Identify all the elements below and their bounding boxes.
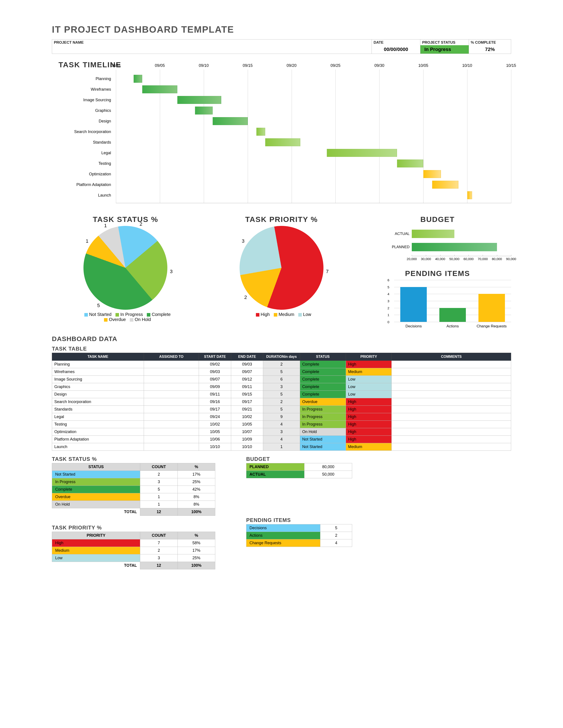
timeline-title: TASK TIMELINE — [58, 60, 511, 69]
budget-tick: 80,000 — [492, 257, 502, 261]
mini-pct: 8% — [178, 501, 215, 508]
cell-assigned[interactable] — [144, 406, 199, 413]
cell-comments[interactable] — [392, 436, 511, 443]
table-row: Launch10/1010/101Not StartedMedium — [52, 443, 511, 451]
priority-table-title: TASK PRIORITY % — [52, 525, 215, 531]
pie-data-label: 2 — [139, 221, 142, 227]
legend-swatch — [298, 313, 302, 317]
cell-duration: 1 — [263, 443, 300, 451]
cell-duration: 6 — [263, 376, 300, 383]
task-th: COMMENTS — [392, 353, 511, 361]
cell-assigned[interactable] — [144, 398, 199, 406]
legend-swatch — [115, 313, 119, 317]
budget-row-label: PLANNED — [246, 463, 305, 471]
cell-status: Not Started — [300, 443, 346, 451]
budget-bar — [412, 230, 454, 238]
page-title: IT PROJECT DASHBOARD TEMPLATE — [52, 24, 511, 35]
project-name-value[interactable] — [52, 45, 372, 53]
cell-assigned[interactable] — [144, 361, 199, 368]
cell-assigned[interactable] — [144, 443, 199, 451]
cell-end: 10/07 — [231, 428, 263, 436]
pending-ytick: 2 — [388, 306, 389, 310]
pct-complete-label: % COMPLETE — [469, 39, 511, 45]
mini-count: 2 — [140, 471, 178, 478]
cell-assigned[interactable] — [144, 428, 199, 436]
cell-end: 09/17 — [231, 398, 263, 406]
cell-comments[interactable] — [392, 383, 511, 391]
gantt-task-label: Testing — [58, 161, 114, 166]
table-row: Image Sourcing09/0709/126CompleteLow — [52, 376, 511, 383]
cell-comments[interactable] — [392, 406, 511, 413]
gantt-task-label: Wireframes — [58, 87, 114, 92]
mini-count: 1 — [140, 493, 178, 501]
cell-comments[interactable] — [392, 368, 511, 376]
gantt-task-label: Design — [58, 119, 114, 124]
cell-comments[interactable] — [392, 391, 511, 398]
mini-label: High — [52, 539, 140, 547]
cell-status: Complete — [300, 391, 346, 398]
budget-tick: 20,000 — [407, 257, 417, 261]
gantt-bar — [432, 181, 458, 189]
cell-assigned[interactable] — [144, 383, 199, 391]
cell-assigned[interactable] — [144, 376, 199, 383]
task-th: ASSIGNED TO — [144, 353, 199, 361]
cell-status: Complete — [300, 376, 346, 383]
cell-comments[interactable] — [392, 421, 511, 428]
budget-row-label: ACTUAL — [388, 232, 412, 236]
cell-end: 09/12 — [231, 376, 263, 383]
cell-comments[interactable] — [392, 361, 511, 368]
cell-status: In Progress — [300, 413, 346, 421]
cell-start: 09/24 — [199, 413, 231, 421]
cell-status: Overdue — [300, 398, 346, 406]
gantt-tick: 10/05 — [418, 63, 428, 68]
cell-assigned[interactable] — [144, 413, 199, 421]
cell-duration: 5 — [263, 391, 300, 398]
pending-xlabel: Decisions — [396, 324, 431, 328]
mini-count: 1 — [140, 501, 178, 508]
cell-priority: High — [346, 428, 392, 436]
cell-status: Complete — [300, 361, 346, 368]
project-name-label: PROJECT NAME — [52, 39, 372, 45]
cell-start: 09/09 — [199, 383, 231, 391]
legend-label: High — [261, 312, 270, 317]
cell-assigned[interactable] — [144, 436, 199, 443]
gantt-tick: 09/05 — [155, 63, 165, 68]
table-row: Search Incorporation09/1609/172OverdueHi… — [52, 398, 511, 406]
cell-assigned[interactable] — [144, 421, 199, 428]
cell-comments[interactable] — [392, 376, 511, 383]
cell-comments[interactable] — [392, 428, 511, 436]
cell-comments[interactable] — [392, 413, 511, 421]
table-row: ACTUAL50,000 — [246, 471, 352, 478]
pending-chart: 0123456DecisionsActionsChange Requests — [388, 280, 511, 328]
budget-row-label: ACTUAL — [246, 471, 305, 478]
status-label: PROJECT STATUS — [420, 39, 469, 45]
cell-end: 10/05 — [231, 421, 263, 428]
cell-duration: 3 — [263, 428, 300, 436]
cell-task-name: Legal — [52, 413, 144, 421]
date-label: DATE — [372, 39, 420, 45]
pie-data-label: 3 — [242, 238, 244, 244]
pending-title: PENDING ITEMS — [364, 269, 511, 278]
budget-chart: ACTUALPLANNED20,00030,00040,00050,00060,… — [388, 224, 511, 263]
cell-assigned[interactable] — [144, 391, 199, 398]
total-count: 12 — [140, 508, 178, 516]
task-th: TASK NAME — [52, 353, 144, 361]
task-th: DURATIONin days — [263, 353, 300, 361]
table-row: Graphics09/0909/113CompleteLow — [52, 383, 511, 391]
cell-assigned[interactable] — [144, 368, 199, 376]
cell-status: On Hold — [300, 428, 346, 436]
budget-row-label: PLANNED — [388, 245, 412, 249]
cell-comments[interactable] — [392, 398, 511, 406]
status-value[interactable]: In Progress — [420, 45, 469, 54]
pie-data-label: 5 — [97, 303, 100, 308]
mini-count: 3 — [140, 554, 178, 562]
cell-comments[interactable] — [392, 443, 511, 451]
cell-task-name: Platform Adaptation — [52, 436, 144, 443]
pending-row-label: Decisions — [246, 524, 321, 532]
status-table-title: TASK STATUS % — [52, 456, 215, 462]
pending-ytick: 6 — [388, 278, 389, 282]
pie-data-label: 7 — [326, 269, 329, 274]
date-value[interactable]: 00/00/0000 — [372, 45, 420, 54]
legend-swatch — [104, 318, 107, 322]
status-table: STATUSCOUNT%Not Started217%In Progress32… — [52, 463, 215, 516]
